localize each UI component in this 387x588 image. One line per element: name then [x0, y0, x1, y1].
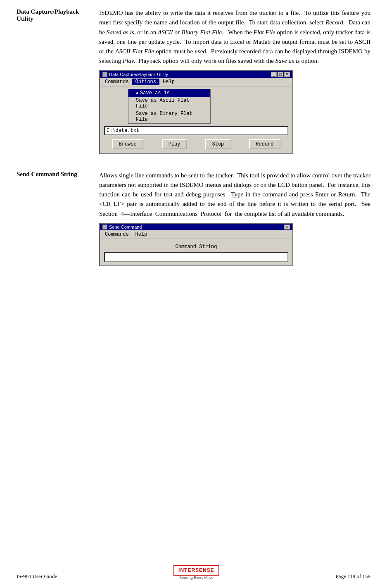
- send-command-window: Send Command × Commands Help Command Str…: [99, 223, 293, 266]
- send-command-text: Allows single line commands to be sent t…: [99, 171, 370, 219]
- play-button[interactable]: Play: [162, 139, 187, 149]
- page-content: Data Capture/Playback Utility ISDEMO has…: [17, 8, 370, 270]
- close-button[interactable]: ×: [284, 72, 290, 77]
- send-command-section: Send Command String Allows single line c…: [17, 171, 370, 270]
- record-button[interactable]: Record: [249, 139, 280, 149]
- section-title-data-capture: Data Capture/Playback Utility: [17, 8, 99, 161]
- section-title-send-command: Send Command String: [17, 171, 99, 270]
- logo-text: INTERSENSE: [178, 567, 214, 573]
- win-titlebar-left: Data Capture/Playback Utility: [102, 72, 168, 77]
- send-command-body: Allows single line commands to be sent t…: [99, 171, 370, 270]
- logo-box: INTERSENSE: [173, 565, 219, 576]
- cmd-input-field[interactable]: _: [104, 252, 288, 262]
- win-body-data-capture: ◆ Save as is Save as Ascii Flat File Sav…: [100, 86, 292, 153]
- footer-right-text: Page 119 of 159: [336, 573, 370, 580]
- stop-button[interactable]: Stop: [205, 139, 230, 149]
- win-icon: [102, 72, 107, 77]
- send-cmd-body: Command String _: [100, 239, 292, 265]
- binary-label: Save as Binary Flat File: [136, 111, 203, 122]
- dropdown-container: ◆ Save as is Save as Ascii Flat File Sav…: [103, 89, 289, 124]
- save-as-is-label: Save as is: [140, 90, 170, 96]
- dropdown-item-binary[interactable]: Save as Binary Flat File: [128, 110, 210, 123]
- send-cmd-menu-help[interactable]: Help: [132, 231, 151, 238]
- logo-tagline: Sensing Every Move: [173, 576, 219, 580]
- send-cmd-title-text: Send Command: [109, 225, 142, 229]
- menu-commands[interactable]: Commands: [102, 79, 132, 85]
- send-command-title: Send Command String: [17, 171, 77, 177]
- cmd-string-label: Command String: [104, 242, 288, 251]
- menu-help[interactable]: Help: [159, 79, 178, 85]
- file-path-input[interactable]: [104, 126, 288, 135]
- data-capture-section: Data Capture/Playback Utility ISDEMO has…: [17, 8, 370, 161]
- footer-left-text: IS-900 User Guide: [17, 573, 57, 580]
- send-cmd-menubar: Commands Help: [100, 230, 292, 239]
- button-row: Browse Play Stop Record: [103, 138, 289, 151]
- win-title-buttons: _ □ ×: [271, 72, 290, 77]
- send-cmd-titlebar: Send Command ×: [100, 224, 292, 230]
- data-capture-body: ISDEMO has the ability to write the data…: [99, 8, 370, 161]
- bullet-icon: ◆: [136, 91, 138, 96]
- page-footer: IS-900 User Guide INTERSENSE Sensing Eve…: [0, 565, 387, 580]
- win-menubar-data-capture: Commands Options Help: [100, 78, 292, 86]
- browse-button[interactable]: Browse: [112, 139, 143, 149]
- send-cmd-title-buttons: ×: [284, 225, 290, 229]
- minimize-button[interactable]: _: [271, 72, 277, 77]
- dropdown-item-save-as-is[interactable]: ◆ Save as is: [128, 89, 210, 97]
- win-title-text: Data Capture/Playback Utility: [109, 72, 168, 77]
- data-capture-window: Data Capture/Playback Utility _ □ × Comm…: [99, 70, 293, 154]
- file-input-row: [103, 126, 289, 135]
- maximize-button[interactable]: □: [278, 72, 283, 77]
- send-cmd-menu-commands[interactable]: Commands: [102, 231, 132, 238]
- win-titlebar-data-capture: Data Capture/Playback Utility _ □ ×: [100, 71, 292, 78]
- send-cmd-icon: [102, 225, 107, 229]
- data-capture-text: ISDEMO has the ability to write the data…: [99, 8, 370, 66]
- data-capture-title: Data Capture/Playback Utility: [17, 8, 79, 22]
- send-cmd-title-left: Send Command: [102, 225, 142, 229]
- options-dropdown[interactable]: ◆ Save as is Save as Ascii Flat File Sav…: [128, 89, 211, 124]
- send-cmd-close-button[interactable]: ×: [284, 225, 290, 229]
- footer-logo: INTERSENSE Sensing Every Move: [173, 565, 219, 580]
- menu-options[interactable]: Options: [132, 79, 159, 85]
- ascii-label: Save as Ascii Flat File: [136, 98, 203, 109]
- dropdown-item-ascii[interactable]: Save as Ascii Flat File: [128, 97, 210, 110]
